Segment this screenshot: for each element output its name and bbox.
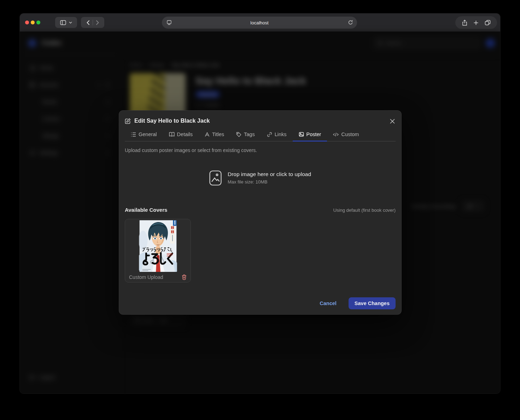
nav-divider: [93, 20, 93, 25]
browser-chrome: localhost: [20, 13, 500, 32]
tab-titles[interactable]: Titles: [199, 132, 230, 141]
tag-icon: [236, 132, 241, 137]
browser-sidebar-toggle[interactable]: [55, 17, 77, 28]
close-icon[interactable]: [390, 118, 395, 124]
trash-icon[interactable]: [182, 274, 187, 280]
tab-details[interactable]: Details: [163, 132, 199, 141]
new-tab-icon[interactable]: [473, 20, 479, 25]
image-icon: [299, 132, 304, 137]
save-changes-button[interactable]: Save Changes: [349, 297, 396, 309]
browser-actions: [455, 16, 497, 29]
minimize-window-button[interactable]: [31, 21, 35, 24]
dropzone-text: Drop image here or click to upload: [228, 171, 311, 177]
modal-description: Upload custom poster images or select fr…: [125, 147, 396, 153]
dropzone-hint: Max file size: 10MB: [228, 179, 311, 185]
page-settings-icon[interactable]: [166, 20, 172, 25]
tab-poster[interactable]: Poster: [293, 132, 327, 141]
browser-nav-buttons: [81, 17, 104, 28]
browser-window: localhost Codex: [20, 13, 500, 393]
share-icon[interactable]: [462, 20, 467, 26]
url-text: localhost: [250, 20, 268, 25]
edit-series-modal: Edit Say Hello to Black Jack General Det…: [119, 110, 402, 315]
upload-dropzone[interactable]: Drop image here or click to upload Max f…: [125, 158, 396, 198]
forward-button[interactable]: [96, 20, 99, 25]
code-icon: [333, 132, 339, 137]
tab-general[interactable]: General: [125, 132, 163, 141]
type-icon: [205, 132, 210, 137]
modal-title: Edit Say Hello to Black Jack: [134, 118, 210, 124]
cancel-button[interactable]: Cancel: [320, 301, 337, 306]
close-window-button[interactable]: [25, 21, 29, 24]
modal-tabs: General Details Titles Tags: [125, 132, 396, 141]
list-icon: [131, 132, 136, 137]
zoom-window-button[interactable]: [36, 21, 40, 24]
cover-status: Using default (first book cover): [333, 208, 396, 213]
tab-overview-icon[interactable]: [485, 20, 491, 25]
chevron-down-icon: [69, 22, 72, 24]
traffic-lights: [25, 21, 40, 24]
book-open-icon: [169, 132, 175, 137]
page-viewport: Codex Search... Home: [20, 32, 500, 393]
image-upload-icon: [209, 170, 222, 186]
cover-card[interactable]: Custom Upload: [125, 219, 191, 282]
edit-icon: [125, 118, 131, 124]
tab-links[interactable]: Links: [261, 132, 293, 141]
address-bar[interactable]: localhost: [162, 17, 357, 29]
back-button[interactable]: [87, 20, 90, 25]
tab-tags[interactable]: Tags: [230, 132, 261, 141]
cover-label: Custom Upload: [129, 274, 163, 280]
reload-icon[interactable]: [348, 20, 353, 25]
sidebar-panel-icon: [60, 20, 66, 25]
available-covers-heading: Available Covers: [125, 207, 167, 213]
tab-custom[interactable]: Custom: [327, 132, 365, 141]
cover-image[interactable]: [139, 220, 177, 272]
link-icon: [267, 132, 272, 137]
